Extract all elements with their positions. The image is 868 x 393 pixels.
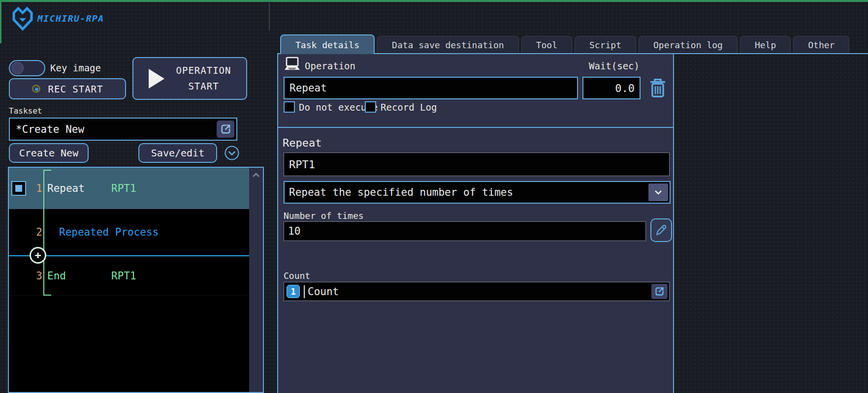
count-open-button[interactable] [651,284,668,299]
play-icon [149,69,164,89]
task-name: Repeat [47,182,85,194]
pencil-icon [655,224,668,237]
record-icon [32,85,40,93]
task-number: 1 [23,182,42,194]
task-list: 1 Repeat RPT1 2 Repeated Process + 3 End… [8,167,264,393]
taskset-input[interactable]: *Create New [9,118,237,141]
tab-script[interactable]: Script [575,36,636,53]
wait-label: Wait(sec) [581,60,640,71]
insert-position-line: + [9,255,249,256]
operation-start-line2: START [188,81,219,91]
operation-start-button[interactable]: OPERATION START [132,57,247,100]
rec-start-label: REC START [48,84,103,94]
tab-operation-log[interactable]: Operation log [639,36,738,53]
operation-label: Operation [305,60,355,71]
number-of-times-input[interactable]: 10 [284,221,646,241]
create-new-label: Create New [19,147,78,159]
section-divider [278,127,673,128]
taskset-open-button[interactable] [217,121,234,138]
repeat-name-input[interactable]: RPT1 [284,152,670,176]
toggle-knob[interactable] [11,62,24,74]
count-value: Count [308,286,339,298]
key-image-toggle[interactable] [9,60,45,76]
number-of-times-label: Number of times [284,211,364,221]
count-input[interactable]: 1 Count [284,282,670,301]
add-task-button[interactable]: + [30,247,46,264]
tab-label: Other [808,40,835,50]
scroll-up-icon [252,173,260,178]
task-list-scrollbar[interactable] [249,168,263,392]
background-window-edge [269,3,270,30]
task-row-end[interactable]: 3 End RPT1 [9,256,249,296]
count-label: Count [284,271,310,281]
operation-start-line1: OPERATION [176,65,231,76]
wait-input[interactable]: 0.0 [582,77,641,99]
external-link-icon [220,123,231,135]
count-type-badge: 1 [287,285,300,298]
delete-task-button[interactable] [648,78,667,100]
michiru-logo-icon [12,6,33,31]
repeat-mode-dropdown[interactable]: Repeat the specified number of times [284,181,671,204]
brand-title: MICHIRU-RPA [37,13,104,24]
task-tag: RPT1 [111,270,136,282]
task-details-panel: Operation Wait(sec) Repeat 0.0 Do not ex… [277,54,674,393]
task-name: End [47,270,66,282]
repeat-name-value: RPT1 [289,158,315,171]
rec-start-button[interactable]: REC START [9,78,126,99]
task-row-repeat[interactable]: 1 Repeat RPT1 [9,168,249,209]
taskset-expand-button[interactable] [224,145,240,161]
repeat-mode-value: Repeat the specified number of times [289,186,513,198]
save-edit-button[interactable]: Save/edit [138,143,217,163]
tab-label: Operation log [653,40,723,50]
task-name: Repeated Process [59,226,159,238]
external-link-icon [654,286,665,297]
operation-input[interactable]: Repeat [284,77,578,99]
laptop-icon [283,56,301,75]
tab-tool[interactable]: Tool [521,36,572,53]
taskset-label: Taskset [9,106,42,116]
window-left-edge [0,0,1,43]
edit-number-button[interactable] [650,218,672,242]
tab-label: Task details [295,40,359,50]
record-log-checkbox[interactable] [365,101,376,113]
tab-label: Data save destination [392,40,504,50]
window-top-edge [0,0,868,2]
operation-value: Repeat [289,82,327,94]
tab-label: Tool [536,40,557,50]
chevron-down-circle-icon [224,145,240,161]
key-image-label: Key image [50,62,101,73]
save-edit-label: Save/edit [151,147,204,159]
task-tag: RPT1 [111,182,136,194]
chevron-down-icon [654,190,662,195]
tab-help[interactable]: Help [740,36,791,53]
tab-data-save-destination[interactable]: Data save destination [377,36,519,53]
task-row-repeated-process[interactable]: 2 Repeated Process [9,209,249,255]
tab-other[interactable]: Other [793,36,849,53]
task-number: 3 [23,270,42,282]
trash-icon [648,78,667,98]
detail-tabs: Task details Data save destination Tool … [277,34,868,54]
number-of-times-value: 10 [288,225,300,237]
wait-value: 0.0 [615,82,635,94]
dropdown-arrow-button[interactable] [648,183,668,201]
tab-task-details[interactable]: Task details [280,34,375,54]
tab-label: Help [755,40,776,50]
tab-label: Script [589,40,621,50]
michiru-rpa-app: { "brand": "MICHIRU-RPA", "sidebar": { "… [0,0,868,393]
repeat-section-header: Repeat [283,137,321,149]
do-not-execute-checkbox[interactable] [284,101,295,113]
task-number: 2 [23,226,42,238]
record-log-label: Record Log [381,102,437,113]
create-new-button[interactable]: Create New [9,143,89,163]
taskset-value: *Create New [10,123,84,135]
text-cursor [304,285,305,298]
